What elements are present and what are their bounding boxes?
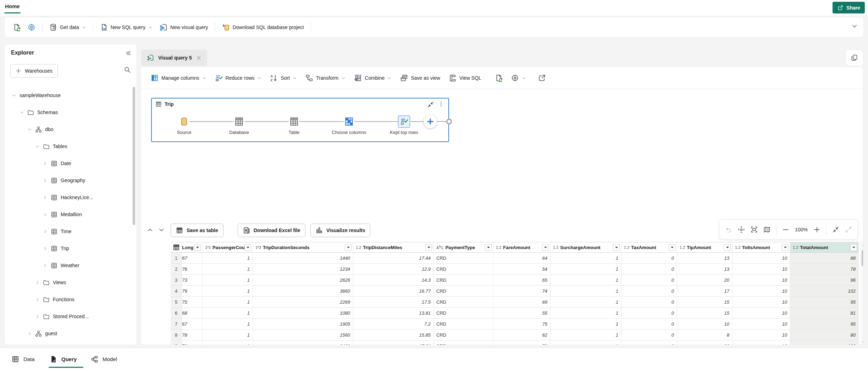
add-warehouses-button[interactable]: Warehouses	[10, 64, 58, 78]
filter-dropdown-button[interactable]	[850, 244, 857, 251]
open-in-window-button[interactable]	[535, 72, 549, 84]
refresh-query-button[interactable]	[491, 72, 506, 84]
tree-item-schemas[interactable]: Schemas	[5, 105, 137, 119]
chevron-right-icon[interactable]	[35, 314, 40, 319]
table-row[interactable]: 7767119057.2CRD7510101095	[171, 319, 859, 330]
filter-dropdown-button[interactable]	[425, 244, 432, 251]
tree-item-weather[interactable]: Weather	[5, 258, 137, 272]
tree-item-time[interactable]: Time	[5, 224, 137, 238]
tree-item-storedproced[interactable]: Stored Proced...	[5, 309, 137, 324]
get-data-button[interactable]: Get data	[46, 21, 89, 33]
chevron-down-icon[interactable]	[12, 93, 16, 98]
tree-item-date[interactable]: Date	[5, 156, 137, 170]
manage-columns-button[interactable]: Manage columns	[147, 72, 210, 84]
new-visual-query-button[interactable]: New visual query	[156, 21, 211, 33]
table-row[interactable]: 37731262614.3CRD6510201096	[171, 275, 859, 286]
filter-dropdown-button[interactable]	[194, 244, 201, 251]
tree-item-functions[interactable]: Functions	[5, 292, 137, 307]
tree-item-guest[interactable]: guest	[5, 326, 137, 341]
download-sql-project-button[interactable]: Download SQL database project	[219, 21, 307, 33]
filter-dropdown-button[interactable]	[542, 244, 549, 251]
tree-item-dbo[interactable]: dbo	[5, 122, 137, 136]
collapse-panel-button[interactable]	[125, 50, 132, 58]
visual-query-tab[interactable]: Visual query 5	[141, 50, 207, 66]
collapse-results-button[interactable]	[156, 225, 166, 235]
filter-dropdown-button[interactable]	[485, 244, 492, 251]
column-header-tipamount[interactable]: 1.2TipAmount	[677, 242, 732, 253]
tree-item-hackneylice[interactable]: HackneyLice...	[5, 190, 137, 204]
tree-item-trip[interactable]: Trip	[5, 241, 137, 255]
table-row[interactable]: 57751226917.5CRD6910151095	[171, 297, 859, 308]
filter-dropdown-button[interactable]	[724, 244, 731, 251]
column-header-totalamount[interactable]: 1.2TotalAmount	[790, 242, 859, 253]
chevron-down-icon[interactable]	[35, 144, 40, 149]
new-sql-query-button[interactable]: SQL New SQL query	[97, 21, 156, 33]
grid-vertical-scrollbar[interactable]	[861, 242, 863, 345]
table-row[interactable]: 67681108013.81CRD5510151081	[171, 308, 859, 319]
column-header-surchargeamount[interactable]: 1.2SurchargeAmount	[551, 242, 621, 253]
chevron-right-icon[interactable]	[43, 195, 48, 200]
save-as-table-button[interactable]: Save as table	[171, 224, 223, 237]
chevron-down-icon[interactable]	[20, 110, 24, 115]
chevron-down-icon[interactable]	[27, 127, 32, 132]
footer-tab-data[interactable]: Data	[12, 353, 35, 365]
query-diagram-canvas[interactable]: Trip SourceDatabaseTableChoose columnsKe…	[141, 89, 863, 220]
tree-item-tables[interactable]: Tables	[5, 139, 137, 153]
expand-results-button[interactable]	[145, 225, 155, 235]
tree-item-views[interactable]: Views	[5, 275, 137, 290]
table-row[interactable]: 47791366016.77CRD74101710102	[171, 286, 859, 297]
download-excel-button[interactable]: Download Excel file	[238, 224, 305, 237]
filter-dropdown-button[interactable]	[669, 244, 675, 251]
home-tab[interactable]: Home	[5, 3, 20, 9]
refresh-file-button[interactable]	[10, 21, 24, 33]
filter-dropdown-button[interactable]	[782, 244, 789, 251]
tree-item-samplewarehouse[interactable]: sampleWarehouse	[5, 88, 137, 102]
tree-item-geography[interactable]: Geography	[5, 173, 137, 187]
step-kept-top-rows[interactable]	[398, 116, 410, 128]
chevron-right-icon[interactable]	[43, 263, 48, 268]
column-header-tripdistancemiles[interactable]: 1.2TripDistanceMiles	[353, 242, 434, 253]
chevron-right-icon[interactable]	[43, 161, 48, 166]
step-table[interactable]	[289, 116, 299, 127]
sort-button[interactable]: AZ Sort	[266, 72, 300, 84]
column-header-tripdurationseconds[interactable]: 1²3TripDurationSeconds	[253, 242, 353, 253]
close-icon[interactable]	[196, 55, 201, 61]
column-header-passengercount[interactable]: 1²3PassengerCount	[203, 242, 253, 253]
filter-dropdown-button[interactable]	[345, 244, 352, 251]
column-header-tlong[interactable]: tLong	[182, 242, 203, 253]
reduce-rows-button[interactable]: Reduce rows	[211, 72, 265, 84]
chevron-right-icon[interactable]	[43, 246, 48, 251]
chevron-right-icon[interactable]	[35, 297, 40, 302]
table-row[interactable]: 17671144017.44CRD6410131088	[171, 253, 859, 264]
chevron-right-icon[interactable]	[43, 178, 48, 183]
query-settings-button[interactable]	[508, 72, 530, 84]
chevron-right-icon[interactable]	[43, 229, 48, 234]
chevron-right-icon[interactable]	[35, 280, 40, 285]
step-database[interactable]	[234, 116, 244, 127]
share-button[interactable]: Share	[833, 2, 865, 13]
chevron-right-icon[interactable]	[43, 212, 48, 217]
table-row[interactable]: 87781156015.85CRD621081080	[171, 330, 859, 341]
scroll-up-arrow[interactable]	[861, 242, 863, 248]
scrollbar-thumb[interactable]	[862, 250, 863, 266]
collapse-node-button[interactable]	[427, 101, 434, 109]
column-header-paymenttype[interactable]: ABCPaymentType	[434, 242, 493, 253]
chevron-right-icon[interactable]	[27, 331, 32, 336]
table-row[interactable]: 97761246017.31CRD70102010103	[171, 341, 859, 345]
table-row[interactable]: 27761123412.9CRD5410131078	[171, 264, 859, 275]
search-button[interactable]	[124, 66, 131, 75]
column-header-fareamount[interactable]: 1.2FareAmount	[493, 242, 551, 253]
visualize-results-button[interactable]: Visualize results	[310, 224, 370, 237]
footer-tab-model[interactable]: Model	[91, 353, 117, 365]
combine-button[interactable]: Combine	[350, 72, 395, 84]
trip-query-node[interactable]: Trip SourceDatabaseTableChoose columnsKe…	[151, 98, 449, 142]
view-sql-button[interactable]: View SQL	[445, 72, 485, 84]
ribbon-expand-chevron[interactable]	[851, 23, 858, 31]
footer-tab-query[interactable]: Query	[50, 353, 77, 365]
add-step-button[interactable]	[424, 115, 437, 128]
tree-item-medallion[interactable]: Medallion	[5, 207, 137, 221]
step-source[interactable]	[179, 116, 189, 127]
column-header-tollsamount[interactable]: 1.2TollsAmount	[732, 242, 790, 253]
explorer-scrollbar[interactable]	[133, 87, 135, 225]
transform-button[interactable]: Transform	[302, 72, 349, 84]
